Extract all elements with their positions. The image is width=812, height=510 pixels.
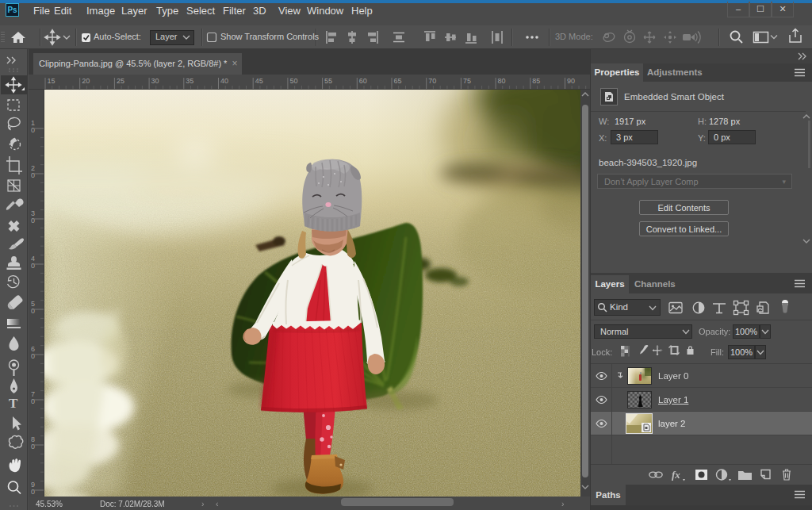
svg-text:0: 0 (31, 307, 35, 315)
svg-text:60: 60 (359, 77, 367, 85)
svg-text:0: 0 (31, 171, 35, 179)
svg-text:45: 45 (255, 77, 263, 85)
svg-text:15: 15 (48, 77, 56, 85)
svg-text:0: 0 (31, 126, 35, 134)
svg-text:65: 65 (394, 77, 402, 85)
svg-text:0: 0 (31, 352, 35, 360)
svg-text:T: T (9, 396, 18, 411)
svg-text:25: 25 (117, 77, 124, 85)
svg-text:20: 20 (82, 77, 90, 85)
svg-text:70: 70 (428, 77, 436, 85)
svg-text:0: 0 (31, 443, 35, 451)
svg-text:90: 90 (567, 77, 575, 85)
svg-text:0: 0 (31, 488, 35, 496)
svg-text:80: 80 (498, 77, 506, 85)
svg-text:35: 35 (186, 77, 193, 85)
svg-text:0: 0 (31, 217, 35, 224)
svg-text:30: 30 (151, 77, 159, 85)
svg-text:75: 75 (463, 77, 471, 85)
svg-text:85: 85 (532, 77, 540, 85)
svg-text:0: 0 (31, 397, 35, 405)
svg-text:0: 0 (31, 262, 35, 270)
svg-text:50: 50 (289, 77, 297, 85)
svg-text:40: 40 (220, 77, 228, 85)
svg-text:55: 55 (324, 77, 332, 85)
svg-text:fx: fx (672, 469, 680, 481)
